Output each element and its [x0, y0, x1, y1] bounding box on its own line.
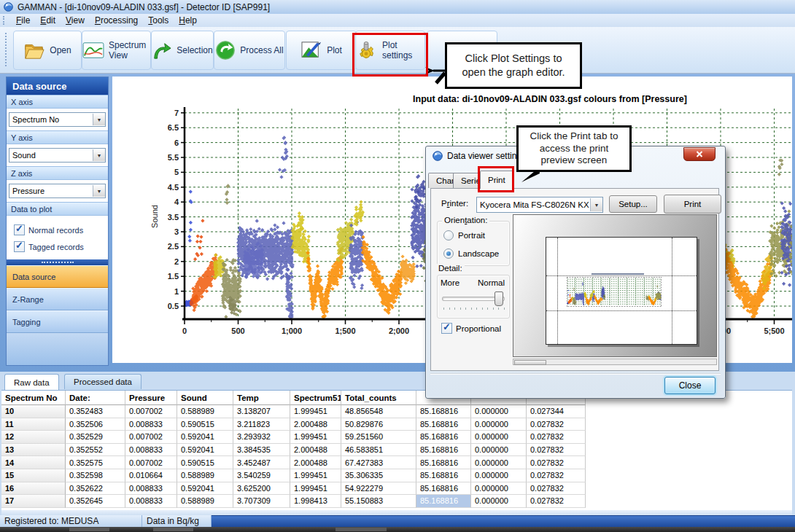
table-cell[interactable]: 85.168816: [416, 431, 471, 444]
table-tab-raw-data[interactable]: Raw data: [4, 374, 59, 390]
table-cell[interactable]: 0.027832: [527, 418, 586, 431]
table-cell[interactable]: 0.352622: [66, 482, 125, 496]
table-cell[interactable]: 0.590515: [177, 418, 233, 431]
window-titlebar[interactable]: GAMMAN - [di-10nov09-ALADIN 033.gsf] - D…: [0, 0, 795, 14]
table-cell[interactable]: 0.000000: [471, 469, 527, 482]
table-cell[interactable]: 55.150883: [341, 495, 416, 508]
table-cell[interactable]: 0.008833: [125, 444, 177, 457]
table-cell[interactable]: 0.352598: [66, 469, 125, 482]
detail-slider[interactable]: [442, 292, 505, 313]
table-cell[interactable]: 0.352645: [66, 495, 125, 508]
spectrum-view-button[interactable]: Spectrum View: [82, 31, 151, 70]
table-cell[interactable]: 0.352529: [66, 431, 125, 444]
table-cell[interactable]: 16: [1, 482, 66, 496]
table-cell[interactable]: 17: [1, 495, 66, 508]
chevron-down-icon[interactable]: ▼: [93, 185, 105, 197]
open-button[interactable]: Open: [13, 31, 82, 70]
table-cell[interactable]: 3.384535: [233, 444, 290, 457]
table-cell[interactable]: 0.007002: [125, 405, 177, 418]
menu-item-processing[interactable]: Processing: [90, 15, 143, 26]
table-cell[interactable]: 1.999451: [290, 482, 341, 496]
table-cell[interactable]: 0.010664: [125, 469, 177, 482]
table-cell[interactable]: 46.583851: [341, 444, 416, 457]
table-cell[interactable]: 0.592041: [177, 431, 233, 444]
table-cell[interactable]: 0.027344: [527, 405, 586, 418]
table-cell[interactable]: 1.998413: [290, 495, 341, 508]
table-cell[interactable]: 3.211823: [233, 418, 290, 431]
printer-setup-button[interactable]: Setup...: [609, 195, 657, 213]
nav-button-data-source[interactable]: Data source: [7, 265, 108, 288]
table-cell[interactable]: 15: [1, 469, 66, 482]
checkbox-tagged-records[interactable]: ✓Tagged records: [14, 238, 108, 255]
radio-selected-icon[interactable]: [443, 249, 454, 259]
table-cell[interactable]: 3.707309: [233, 495, 290, 508]
table-cell[interactable]: 10: [1, 405, 66, 418]
table-cell[interactable]: 0.352506: [66, 418, 125, 431]
table-cell[interactable]: 85.168816: [416, 418, 471, 431]
menu-item-view[interactable]: View: [61, 15, 90, 26]
preview-horizontal-scrollbar[interactable]: [513, 359, 717, 365]
table-cell[interactable]: 0.592041: [177, 444, 233, 457]
table-cell[interactable]: 0.352483: [66, 405, 125, 418]
table-cell[interactable]: 0.027832: [527, 469, 586, 482]
table-cell[interactable]: 85.168816: [416, 495, 471, 508]
slider-thumb[interactable]: [495, 292, 503, 306]
checkbox-normal-records[interactable]: ✓Normal records: [14, 222, 108, 238]
table-cell[interactable]: 0.588989: [177, 495, 233, 508]
table-cell[interactable]: 2.000488: [290, 456, 341, 469]
portrait-radio[interactable]: Portrait: [443, 230, 485, 240]
table-cell[interactable]: 85.168816: [416, 444, 471, 457]
table-cell[interactable]: 11: [1, 418, 66, 431]
table-cell[interactable]: 0.000000: [471, 456, 527, 469]
table-cell[interactable]: 0.007002: [125, 456, 177, 469]
proportional-checkbox[interactable]: ✓ Proportional: [441, 320, 501, 337]
checkbox-checked-icon[interactable]: ✓: [441, 323, 452, 334]
table-cell[interactable]: 0.592041: [177, 482, 233, 496]
table-cell[interactable]: 2.000488: [290, 444, 341, 457]
table-cell[interactable]: 1.999451: [290, 431, 341, 444]
dialog-close-x-button[interactable]: [683, 147, 716, 161]
checkbox-checked-icon[interactable]: ✓: [14, 241, 25, 252]
table-cell[interactable]: 0.027832: [527, 444, 586, 457]
table-cell[interactable]: 85.168816: [416, 482, 471, 496]
table-cell[interactable]: 0.027832: [527, 456, 586, 469]
table-cell[interactable]: 3.138207: [233, 405, 290, 418]
table-cell[interactable]: 0.588989: [177, 405, 233, 418]
chevron-down-icon[interactable]: ▼: [93, 114, 105, 125]
table-cell[interactable]: 85.168816: [416, 469, 471, 482]
table-cell[interactable]: 2.000488: [290, 418, 341, 431]
table-cell[interactable]: 0.000000: [471, 495, 527, 508]
table-cell[interactable]: 0.000000: [471, 405, 527, 418]
nav-button-tagging[interactable]: Tagging: [7, 310, 108, 333]
grid-horizontal-scrollbar[interactable]: [1, 510, 792, 515]
printer-select[interactable]: Kyocera Mita FS-C8026N KX ▼: [476, 197, 603, 213]
dialog-close-button[interactable]: Close: [664, 377, 716, 394]
axis-select-z-axis[interactable]: Pressure▼: [9, 184, 106, 198]
table-cell[interactable]: 14: [1, 456, 66, 469]
table-cell[interactable]: 0.007002: [125, 431, 177, 444]
table-cell[interactable]: 0.008833: [125, 418, 177, 431]
table-cell[interactable]: 0.008833: [125, 495, 177, 508]
table-cell[interactable]: 0.000000: [471, 418, 527, 431]
plot-button[interactable]: Plot: [286, 31, 357, 70]
table-cell[interactable]: 0.000000: [471, 482, 527, 496]
radio-icon[interactable]: [443, 230, 454, 240]
table-cell[interactable]: 54.922279: [341, 482, 416, 496]
table-cell[interactable]: 50.829876: [341, 418, 416, 431]
checkbox-checked-icon[interactable]: ✓: [14, 224, 25, 235]
table-cell[interactable]: 67.427383: [341, 456, 416, 469]
nav-button-z-range[interactable]: Z-Range: [7, 288, 108, 310]
panel-grip[interactable]: [7, 259, 108, 265]
process-all-button[interactable]: Process All: [214, 31, 285, 70]
menu-item-help[interactable]: Help: [174, 15, 202, 26]
table-cell[interactable]: 0.008833: [125, 482, 177, 496]
table-cell[interactable]: 0.027832: [527, 482, 586, 496]
table-cell[interactable]: 0.027832: [527, 431, 586, 444]
selection-button[interactable]: Selection: [151, 31, 214, 70]
table-cell[interactable]: 1.999451: [290, 469, 341, 482]
preview-scrollbar-thumb[interactable]: [514, 360, 546, 365]
axis-select-y-axis[interactable]: Sound▼: [9, 148, 106, 163]
table-tab-processed-data[interactable]: Processed data: [64, 374, 141, 389]
table-cell[interactable]: 3.625200: [233, 482, 290, 496]
plot-settings-button[interactable]: Plot settings: [355, 31, 425, 70]
